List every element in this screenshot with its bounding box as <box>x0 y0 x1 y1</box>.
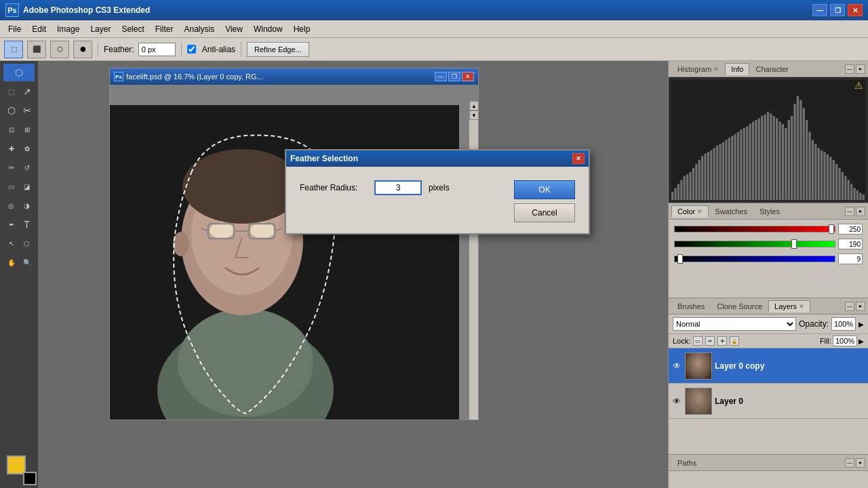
green-slider-track[interactable] <box>674 241 835 247</box>
svg-rect-24 <box>695 164 697 200</box>
blue-slider-track[interactable] <box>674 256 835 262</box>
feather-radius-input[interactable] <box>374 180 422 195</box>
blur-tool[interactable]: ◎ <box>3 197 19 214</box>
layer-visibility-btn-0[interactable]: 👁 <box>671 396 682 407</box>
type-tool[interactable]: T <box>19 216 35 233</box>
menu-item-window[interactable]: Window <box>248 22 288 36</box>
feather-ok-button[interactable]: OK <box>514 180 575 199</box>
lock-transparent-btn[interactable]: ▭ <box>693 336 703 346</box>
menu-item-edit[interactable]: Edit <box>26 22 52 36</box>
fill-arrow-btn[interactable]: ▶ <box>859 338 864 345</box>
document-canvas[interactable]: ▲ ▼ <box>110 85 478 420</box>
fill-tool[interactable]: ◪ <box>19 178 35 195</box>
tab-paths[interactable]: Paths <box>671 455 703 470</box>
doc-maximize-btn[interactable]: ❐ <box>448 72 460 81</box>
menu-item-file[interactable]: File <box>3 22 26 36</box>
clone-tool[interactable]: ✿ <box>19 140 35 157</box>
brush-tool[interactable]: ✏ <box>3 159 19 176</box>
layer-item-0[interactable]: 👁 Layer 0 <box>669 384 868 419</box>
pen-tool[interactable]: ✒ <box>3 216 19 233</box>
menu-item-help[interactable]: Help <box>288 22 316 36</box>
lasso-tool-2[interactable]: ⬡ <box>3 102 19 119</box>
marquee-tool-3-btn[interactable]: ⬡ <box>50 41 69 58</box>
blue-slider-thumb[interactable] <box>677 254 683 264</box>
menu-item-filter[interactable]: Filter <box>150 22 179 36</box>
tab-swatches[interactable]: Swatches <box>709 205 753 218</box>
scrollbar-up-btn[interactable]: ▲ <box>469 101 478 110</box>
eraser-tool[interactable]: ▭ <box>3 178 19 195</box>
red-slider-track[interactable] <box>674 226 835 232</box>
menu-item-layer[interactable]: Layer <box>85 22 116 36</box>
hand-tool[interactable]: ✋ <box>3 253 19 271</box>
menu-item-select[interactable]: Select <box>116 22 149 36</box>
lock-position-btn[interactable]: ✛ <box>717 336 727 346</box>
feather-cancel-button[interactable]: Cancel <box>514 203 575 222</box>
layer-visibility-btn-0-copy[interactable]: 👁 <box>671 361 682 371</box>
feather-dialog-close-btn[interactable]: ✕ <box>572 153 585 164</box>
move-tool[interactable]: ↗ <box>19 83 35 100</box>
menu-item-view[interactable]: View <box>220 22 248 36</box>
layers-panel-expand-btn[interactable]: ▸ <box>856 302 865 311</box>
layers-panel-collapse-btn[interactable]: — <box>845 302 854 311</box>
zoom-tool[interactable]: 🔍 <box>19 253 35 271</box>
scrollbar-down-btn[interactable]: ▼ <box>469 110 478 120</box>
tab-histogram[interactable]: Histogram ✕ <box>671 63 725 75</box>
doc-minimize-btn[interactable]: — <box>435 72 447 81</box>
paths-expand-btn[interactable]: ▸ <box>856 458 865 468</box>
green-slider-thumb[interactable] <box>791 239 797 249</box>
svg-rect-60 <box>803 108 805 200</box>
tab-color[interactable]: Color ✕ <box>671 205 709 218</box>
menu-item-analysis[interactable]: Analysis <box>178 22 220 36</box>
lock-pixels-btn[interactable]: ✏ <box>705 336 715 346</box>
marquee-tool-2-btn[interactable]: ⬛ <box>27 41 46 58</box>
marquee-tool-4-btn[interactable]: ⬢ <box>73 41 92 58</box>
tab-styles[interactable]: Styles <box>753 205 786 218</box>
magic-wand-tool[interactable]: ✂ <box>19 102 35 119</box>
heal-tool[interactable]: ✚ <box>3 140 19 157</box>
refine-edge-button[interactable]: Refine Edge... <box>247 42 309 57</box>
tab-layers[interactable]: Layers ✕ <box>768 300 810 312</box>
opacity-arrow-btn[interactable]: ▶ <box>859 321 864 328</box>
layer-item-0-copy[interactable]: 👁 Layer 0 copy <box>669 348 868 384</box>
close-layers-tab[interactable]: ✕ <box>799 303 804 310</box>
marquee-tool[interactable]: ⬚ <box>3 83 19 100</box>
paths-collapse-btn[interactable]: — <box>845 458 854 468</box>
background-color[interactable] <box>23 472 37 485</box>
panel-expand-btn[interactable]: ▸ <box>856 64 865 74</box>
red-value-input[interactable] <box>838 224 863 235</box>
doc-close-btn[interactable]: ✕ <box>462 72 474 81</box>
svg-rect-35 <box>728 138 730 200</box>
green-value-input[interactable] <box>838 239 863 249</box>
tab-brushes[interactable]: Brushes <box>671 300 711 312</box>
red-slider-thumb[interactable] <box>829 224 834 234</box>
layer-thumb-0-copy <box>685 352 712 380</box>
opacity-input[interactable] <box>831 317 856 331</box>
svg-rect-25 <box>698 160 701 200</box>
color-panel-expand-btn[interactable]: ▸ <box>856 207 865 216</box>
close-button[interactable]: ✕ <box>848 4 863 16</box>
slice-tool[interactable]: ⊞ <box>19 121 35 138</box>
feather-input[interactable] <box>138 43 176 56</box>
minimize-button[interactable]: — <box>812 4 827 16</box>
antialias-checkbox[interactable] <box>187 45 196 54</box>
maximize-button[interactable]: ❐ <box>830 4 845 16</box>
blue-value-input[interactable] <box>838 253 863 264</box>
shape-tool[interactable]: ⬡ <box>19 235 35 252</box>
lock-all-btn[interactable]: 🔒 <box>730 336 739 346</box>
fill-input[interactable] <box>833 336 857 346</box>
menu-item-image[interactable]: Image <box>52 22 85 36</box>
history-tool[interactable]: ↺ <box>19 159 35 176</box>
lasso-tool[interactable]: ⬡ <box>3 64 35 81</box>
crop-tool[interactable]: ⊡ <box>3 121 19 138</box>
panel-collapse-btn[interactable]: — <box>845 64 854 74</box>
tab-info[interactable]: Info <box>725 63 749 75</box>
blend-mode-select[interactable]: Normal <box>673 317 796 331</box>
tab-character[interactable]: Character <box>749 63 794 75</box>
color-panel-collapse-btn[interactable]: — <box>845 207 854 216</box>
marquee-tool-btn[interactable]: ⬚ <box>4 41 23 58</box>
dodge-tool[interactable]: ◑ <box>19 197 35 214</box>
close-histogram-tab[interactable]: ✕ <box>713 66 719 73</box>
tab-clone-source[interactable]: Clone Source <box>711 300 768 312</box>
path-select-tool[interactable]: ↖ <box>3 235 19 252</box>
close-color-tab[interactable]: ✕ <box>697 208 703 215</box>
